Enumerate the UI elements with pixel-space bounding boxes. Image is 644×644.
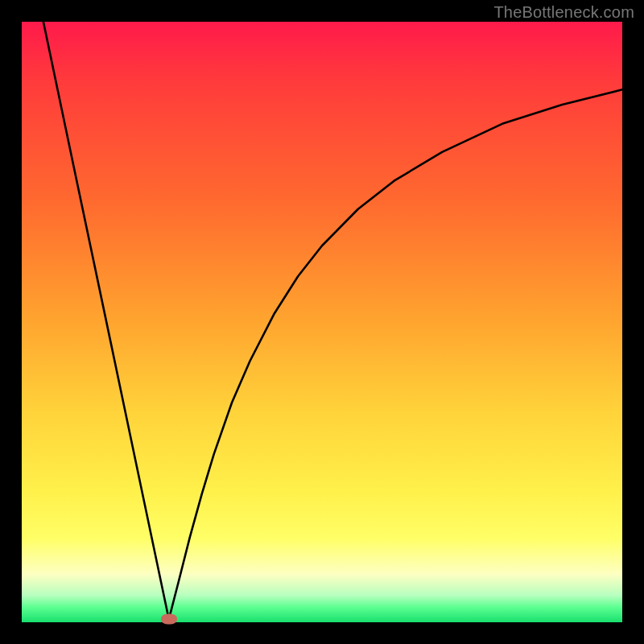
curve-path — [43, 22, 622, 619]
bottleneck-curve — [22, 22, 622, 622]
chart-frame: TheBottleneck.com — [0, 0, 644, 644]
plot-area — [22, 22, 622, 622]
minimum-marker — [161, 614, 177, 625]
watermark-text: TheBottleneck.com — [493, 3, 634, 22]
